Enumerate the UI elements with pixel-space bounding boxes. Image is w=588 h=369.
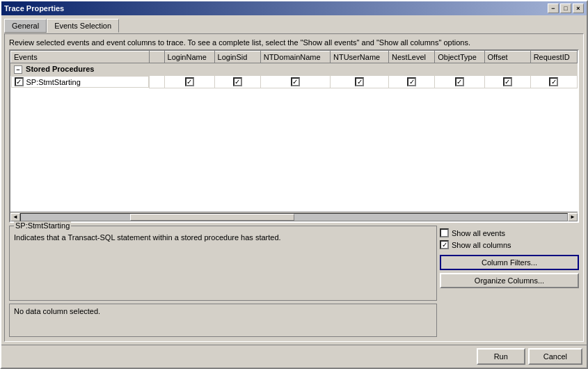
sp-description-title: SP:StmtStarting	[14, 221, 71, 230]
cb-requestid[interactable]	[549, 77, 558, 86]
cell-loginsid[interactable]	[214, 76, 260, 88]
horizontal-scrollbar[interactable]: ◄ ►	[10, 212, 578, 221]
sp-description-group: SP:StmtStarting Indicates that a Transac…	[9, 226, 437, 301]
main-window: Trace Properties − □ × General Events Se…	[0, 0, 588, 369]
title-controls: − □ ×	[548, 3, 584, 13]
show-all-columns-checkbox[interactable]	[440, 240, 449, 249]
scroll-right-button[interactable]: ►	[568, 213, 578, 221]
cell-objecttype[interactable]	[435, 76, 484, 88]
col-loginname[interactable]: LoginName	[164, 52, 214, 63]
cb-ntusername[interactable]	[355, 77, 364, 86]
window-title: Trace Properties	[4, 4, 64, 13]
cb-loginsid[interactable]	[233, 77, 242, 86]
data-column-group: No data column selected.	[9, 304, 437, 337]
tab-general[interactable]: General	[4, 19, 47, 33]
cb-offset[interactable]	[503, 77, 512, 86]
col-offset[interactable]: Offset	[484, 52, 530, 63]
scroll-thumb[interactable]	[130, 214, 294, 221]
scroll-track[interactable]	[20, 213, 568, 221]
tab-bar: General Events Selection	[4, 18, 584, 32]
close-button[interactable]: ×	[573, 3, 584, 13]
sp-description-text: Indicates that a Transact-SQL statement …	[14, 233, 432, 242]
show-all-events-label: Show all events	[452, 229, 505, 237]
col-nestlevel[interactable]: NestLevel	[389, 52, 435, 63]
cb-nestlevel[interactable]	[407, 77, 416, 86]
description-text: Review selected events and event columns…	[9, 38, 579, 47]
table-row-sp-stmtstarting: SP:StmtStarting	[11, 76, 578, 88]
data-column-text: No data column selected.	[14, 307, 100, 315]
group-stored-procedures[interactable]: − Stored Procedures	[11, 63, 578, 76]
cell-nestlevel[interactable]	[389, 76, 435, 88]
cell-loginname[interactable]	[164, 76, 214, 88]
maximize-button[interactable]: □	[560, 3, 571, 13]
col-extra[interactable]	[149, 52, 164, 63]
tab-events-selection[interactable]: Events Selection	[47, 19, 119, 33]
bottom-left: SP:StmtStarting Indicates that a Transac…	[9, 226, 437, 337]
column-filters-button[interactable]: Column Filters...	[440, 255, 579, 270]
col-ntdomainname[interactable]: NTDomainName	[260, 52, 330, 63]
col-ntusername[interactable]: NTUserName	[330, 52, 388, 63]
title-bar: Trace Properties − □ ×	[1, 1, 587, 15]
bottom-section: SP:StmtStarting Indicates that a Transac…	[9, 226, 579, 337]
bottom-right: Show all events Show all columns Column …	[440, 226, 579, 337]
cb-loginname[interactable]	[185, 77, 194, 86]
show-all-events-row: Show all events	[440, 228, 579, 237]
window-content: General Events Selection Review selected…	[1, 15, 587, 345]
col-events[interactable]: Events	[11, 52, 150, 63]
col-objecttype[interactable]: ObjectType	[435, 52, 484, 63]
cell-offset[interactable]	[484, 76, 530, 88]
col-requestid[interactable]: RequestID	[530, 52, 577, 63]
col-loginsid[interactable]: LoginSid	[214, 52, 260, 63]
show-all-columns-row: Show all columns	[440, 240, 579, 249]
collapse-icon[interactable]: −	[14, 65, 22, 74]
cell-ntusername[interactable]	[330, 76, 388, 88]
tab-content: Review selected events and event columns…	[4, 33, 584, 342]
cb-ntdomainname[interactable]	[291, 77, 300, 86]
group-label: Stored Procedures	[26, 65, 94, 73]
window-footer: Run Cancel	[1, 345, 587, 368]
checkbox-sp-stmtstarting[interactable]	[15, 77, 24, 86]
sp-stmtstarting-label: SP:StmtStarting	[26, 78, 81, 86]
table-wrapper[interactable]: Events LoginName LoginSid NTDomainName N…	[10, 51, 578, 212]
run-button[interactable]: Run	[477, 348, 525, 365]
events-table-container: Events LoginName LoginSid NTDomainName N…	[9, 49, 579, 223]
minimize-button[interactable]: −	[548, 3, 559, 13]
cell-ntdomainname[interactable]	[260, 76, 330, 88]
scroll-left-button[interactable]: ◄	[10, 213, 20, 221]
organize-columns-button[interactable]: Organize Columns...	[440, 273, 579, 288]
show-all-events-checkbox[interactable]	[440, 228, 449, 237]
show-all-columns-label: Show all columns	[452, 241, 511, 249]
events-table: Events LoginName LoginSid NTDomainName N…	[10, 51, 578, 88]
cell-requestid[interactable]	[530, 76, 577, 88]
cancel-button[interactable]: Cancel	[528, 348, 582, 365]
cb-objecttype[interactable]	[455, 77, 464, 86]
